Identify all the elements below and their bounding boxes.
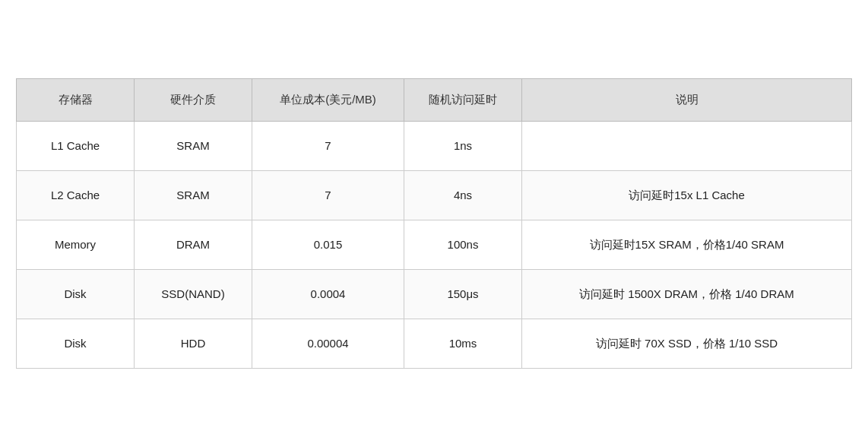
table-row: DiskSSD(NAND)0.0004150μs访问延时 1500X DRAM，… (17, 270, 852, 319)
cell-medium: SRAM (135, 122, 252, 171)
cell-medium: HDD (135, 319, 252, 369)
table-row: DiskHDD0.0000410ms访问延时 70X SSD，价格 1/10 S… (17, 319, 852, 369)
cell-latency: 100ns (404, 220, 522, 270)
cell-cost: 0.00004 (252, 319, 404, 369)
header-storage: 存储器 (17, 79, 135, 122)
header-medium: 硬件介质 (135, 79, 252, 122)
table-row: L2 CacheSRAM74ns访问延时15x L1 Cache (17, 171, 852, 220)
cell-latency: 4ns (404, 171, 522, 220)
cell-storage: Disk (17, 319, 135, 369)
header-note: 说明 (522, 79, 852, 122)
cell-note (522, 122, 852, 171)
cell-latency: 10ms (404, 319, 522, 369)
cell-cost: 7 (252, 171, 404, 220)
cell-note: 访问延时 1500X DRAM，价格 1/40 DRAM (522, 270, 852, 319)
table-row: MemoryDRAM0.015100ns访问延时15X SRAM，价格1/40 … (17, 220, 852, 270)
cell-note: 访问延时15X SRAM，价格1/40 SRAM (522, 220, 852, 270)
cell-storage: Memory (17, 220, 135, 270)
cell-medium: SSD(NAND) (135, 270, 252, 319)
cell-storage: L2 Cache (17, 171, 135, 220)
cell-medium: DRAM (135, 220, 252, 270)
cell-storage: L1 Cache (17, 122, 135, 171)
header-latency: 随机访问延时 (404, 79, 522, 122)
cell-medium: SRAM (135, 171, 252, 220)
cell-note: 访问延时15x L1 Cache (522, 171, 852, 220)
table-row: L1 CacheSRAM71ns (17, 122, 852, 171)
memory-comparison-table: 存储器 硬件介质 单位成本(美元/MB) 随机访问延时 说明 L1 CacheS… (16, 78, 852, 369)
cell-cost: 7 (252, 122, 404, 171)
cell-latency: 1ns (404, 122, 522, 171)
cell-note: 访问延时 70X SSD，价格 1/10 SSD (522, 319, 852, 369)
cell-cost: 0.015 (252, 220, 404, 270)
cell-cost: 0.0004 (252, 270, 404, 319)
table-header-row: 存储器 硬件介质 单位成本(美元/MB) 随机访问延时 说明 (17, 79, 852, 122)
header-cost: 单位成本(美元/MB) (252, 79, 404, 122)
cell-storage: Disk (17, 270, 135, 319)
cell-latency: 150μs (404, 270, 522, 319)
